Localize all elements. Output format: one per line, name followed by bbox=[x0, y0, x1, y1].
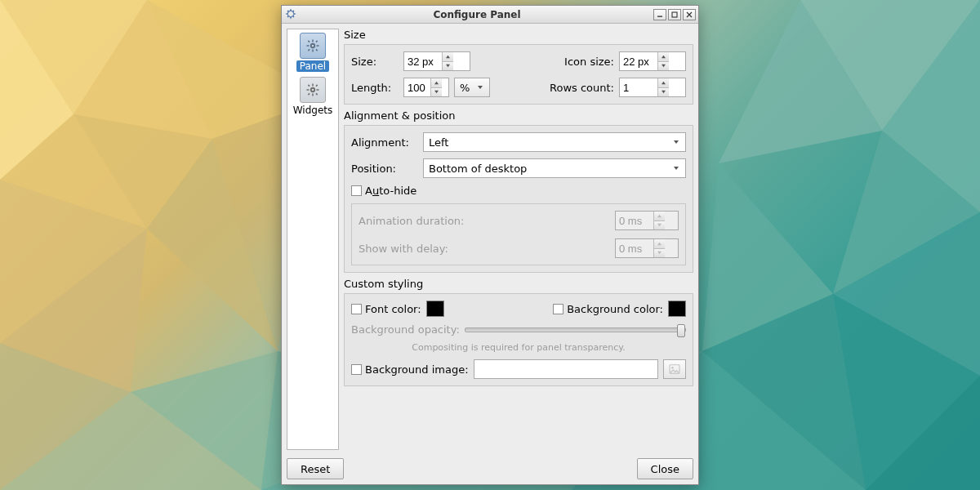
titlebar[interactable]: Configure Panel bbox=[282, 6, 698, 24]
show-delay-label: Show with delay: bbox=[359, 243, 448, 255]
alignment-combo[interactable]: Left bbox=[423, 132, 686, 152]
bg-opacity-slider[interactable] bbox=[465, 327, 686, 332]
bg-color-label: Background color: bbox=[567, 303, 663, 315]
rows-spin[interactable] bbox=[619, 78, 686, 97]
autohide-checkbox[interactable]: Auto-hide bbox=[351, 185, 686, 197]
group-title: Size bbox=[344, 29, 693, 41]
dialog-footer: Reset Close bbox=[282, 455, 698, 484]
svg-rect-33 bbox=[308, 40, 310, 42]
bg-image-browse-button[interactable] bbox=[663, 359, 686, 379]
spin-up-icon bbox=[654, 239, 665, 249]
alignment-group: Alignment & position Alignment: Left Pos… bbox=[344, 109, 693, 273]
animation-duration-spin bbox=[615, 211, 679, 230]
checkbox-box bbox=[351, 364, 362, 375]
length-spin[interactable] bbox=[403, 78, 449, 97]
panel-size-spin[interactable] bbox=[403, 51, 470, 71]
configure-panel-window: Configure Panel Panel Widgets bbox=[281, 5, 699, 485]
svg-rect-43 bbox=[308, 84, 310, 87]
bg-opacity-label: Background opacity: bbox=[351, 323, 460, 336]
svg-rect-29 bbox=[312, 40, 314, 42]
chevron-down-icon bbox=[670, 166, 682, 171]
spin-down-icon bbox=[654, 221, 665, 230]
spin-down-icon[interactable] bbox=[443, 62, 453, 71]
category-label: Panel bbox=[296, 60, 329, 72]
alignment-value: Left bbox=[429, 136, 670, 149]
gear-icon bbox=[300, 77, 326, 103]
svg-rect-32 bbox=[317, 45, 319, 47]
close-button[interactable] bbox=[683, 9, 696, 20]
category-item-widgets[interactable]: Widgets bbox=[290, 77, 336, 116]
length-label: Length: bbox=[351, 82, 399, 94]
svg-rect-41 bbox=[307, 89, 310, 91]
minimize-button[interactable] bbox=[653, 9, 666, 20]
rows-input[interactable] bbox=[620, 78, 657, 96]
svg-rect-30 bbox=[312, 50, 314, 52]
svg-rect-35 bbox=[315, 40, 318, 42]
bg-color-swatch[interactable] bbox=[668, 301, 686, 317]
spin-up-icon[interactable] bbox=[658, 52, 669, 62]
autohide-subgroup: Animation duration: Show with delay: bbox=[351, 203, 686, 265]
bg-image-label: Background image: bbox=[365, 363, 469, 376]
svg-rect-44 bbox=[315, 93, 318, 96]
show-delay-input bbox=[616, 239, 653, 257]
group-title: Custom styling bbox=[344, 278, 693, 290]
compositing-hint: Compositing is required for panel transp… bbox=[351, 342, 686, 353]
icon-size-spin[interactable] bbox=[619, 51, 686, 71]
iconsize-label: Icon size: bbox=[564, 56, 614, 68]
spin-up-icon bbox=[654, 212, 665, 221]
maximize-button[interactable] bbox=[668, 9, 681, 20]
panel-size-input[interactable] bbox=[404, 52, 442, 70]
checkbox-box bbox=[351, 185, 362, 196]
spin-down-icon[interactable] bbox=[658, 62, 669, 71]
position-combo[interactable]: Bottom of desktop bbox=[423, 158, 686, 178]
checkbox-box bbox=[351, 304, 362, 314]
category-sidebar: Panel Widgets bbox=[287, 29, 339, 450]
slider-thumb[interactable] bbox=[677, 324, 685, 337]
settings-content: Size Size: Icon size: bbox=[344, 29, 693, 450]
alignment-label: Alignment: bbox=[351, 136, 418, 149]
font-color-swatch[interactable] bbox=[426, 301, 444, 317]
icon-size-input[interactable] bbox=[620, 52, 657, 70]
length-unit-combo[interactable]: % bbox=[454, 78, 490, 97]
bg-image-path-input[interactable] bbox=[474, 359, 658, 379]
spin-down-icon[interactable] bbox=[431, 88, 442, 97]
category-label: Widgets bbox=[293, 105, 333, 116]
svg-rect-45 bbox=[315, 84, 318, 87]
svg-rect-34 bbox=[315, 49, 318, 51]
styling-group: Custom styling Font color: Background co… bbox=[344, 278, 693, 386]
close-dialog-button[interactable]: Close bbox=[637, 458, 693, 479]
spin-up-icon[interactable] bbox=[431, 78, 442, 88]
chevron-down-icon bbox=[474, 85, 486, 90]
group-title: Alignment & position bbox=[344, 109, 693, 122]
svg-rect-39 bbox=[312, 84, 314, 87]
position-label: Position: bbox=[351, 163, 418, 175]
font-color-checkbox[interactable]: Font color: bbox=[351, 303, 421, 315]
svg-rect-26 bbox=[657, 16, 662, 16]
svg-rect-27 bbox=[672, 12, 677, 17]
bg-image-checkbox[interactable]: Background image: bbox=[351, 363, 469, 376]
autohide-label: Auto-hide bbox=[365, 185, 416, 197]
svg-rect-46 bbox=[308, 93, 310, 96]
image-icon bbox=[669, 364, 680, 374]
size-label: Size: bbox=[351, 56, 399, 68]
spin-up-icon[interactable] bbox=[658, 78, 669, 88]
chevron-down-icon bbox=[670, 140, 682, 145]
svg-rect-36 bbox=[308, 49, 310, 51]
spin-down-icon[interactable] bbox=[658, 88, 669, 97]
bg-color-checkbox[interactable]: Background color: bbox=[553, 303, 663, 315]
svg-rect-31 bbox=[307, 45, 310, 47]
spin-up-icon[interactable] bbox=[443, 52, 453, 62]
checkbox-box bbox=[553, 304, 564, 314]
svg-rect-40 bbox=[312, 94, 314, 96]
font-color-label: Font color: bbox=[365, 303, 421, 315]
app-icon bbox=[284, 8, 297, 21]
svg-rect-42 bbox=[317, 89, 319, 91]
length-unit-value: % bbox=[460, 82, 474, 94]
category-item-panel[interactable]: Panel bbox=[290, 33, 336, 72]
length-input[interactable] bbox=[404, 78, 430, 96]
svg-point-37 bbox=[312, 45, 314, 47]
window-title: Configure Panel bbox=[301, 9, 653, 20]
gear-icon bbox=[300, 33, 326, 59]
reset-button[interactable]: Reset bbox=[287, 458, 344, 479]
show-delay-spin bbox=[615, 238, 679, 258]
